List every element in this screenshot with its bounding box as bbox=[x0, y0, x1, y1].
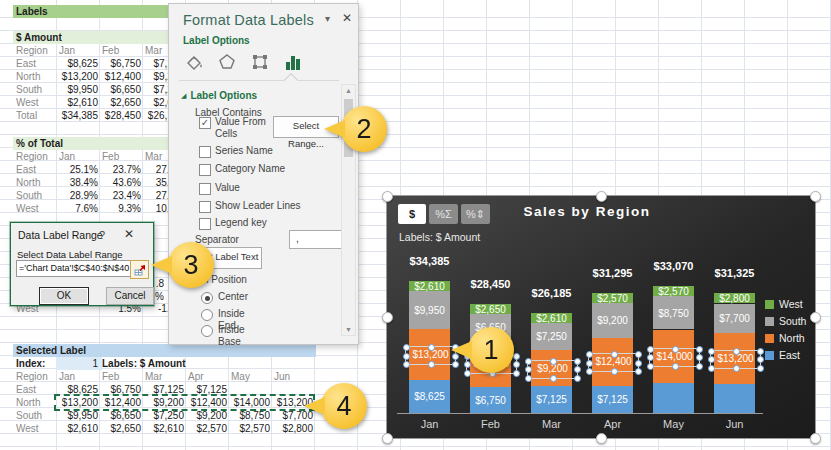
column-header[interactable]: Jan bbox=[56, 370, 101, 383]
chart-selection-handle[interactable] bbox=[810, 191, 821, 202]
label-selection-handle[interactable] bbox=[403, 353, 410, 360]
show-leader-lines-checkbox[interactable] bbox=[199, 201, 211, 213]
label-selection-handle[interactable] bbox=[647, 363, 654, 370]
chart-data-label-selected[interactable]: $14,000 bbox=[649, 348, 700, 367]
chart-data-label[interactable]: $2,570 bbox=[653, 286, 694, 297]
chart-legend-item-east[interactable]: East bbox=[765, 345, 800, 359]
label-selection-handle[interactable] bbox=[586, 360, 593, 367]
chart-bar-segment-east[interactable] bbox=[714, 384, 755, 413]
sheet-cell[interactable]: North bbox=[13, 176, 58, 189]
column-header[interactable]: Jan bbox=[56, 44, 101, 57]
sheet-cell[interactable]: $28,450 bbox=[99, 109, 145, 122]
label-selection-handle[interactable] bbox=[513, 370, 520, 377]
sheet-cell[interactable]: 23.7% bbox=[99, 163, 145, 176]
sheet-cell[interactable]: East bbox=[13, 163, 58, 176]
sheet-cell[interactable]: North bbox=[13, 70, 58, 83]
chart-data-label[interactable]: $2,570 bbox=[592, 292, 633, 303]
chart-data-label[interactable]: $7,700 bbox=[714, 313, 755, 324]
label-selection-handle[interactable] bbox=[696, 354, 703, 361]
sheet-cell[interactable]: West bbox=[13, 96, 58, 109]
size-properties-icon[interactable] bbox=[249, 51, 271, 73]
label-selection-handle[interactable] bbox=[757, 365, 764, 372]
chart-data-label-selected[interactable]: $12,400 bbox=[588, 353, 639, 372]
chart-total-label[interactable]: $34,385 bbox=[389, 255, 470, 267]
sheet-cell[interactable]: $12,400 bbox=[99, 70, 145, 83]
column-header[interactable]: Feb bbox=[99, 150, 144, 163]
label-selection-handle[interactable] bbox=[611, 351, 618, 358]
sheet-cell[interactable]: $2,650 bbox=[99, 422, 145, 435]
amount-table-title[interactable]: $ Amount bbox=[13, 31, 171, 44]
chart-category-label[interactable]: Apr bbox=[582, 418, 643, 430]
label-selection-handle[interactable] bbox=[574, 366, 581, 373]
sheet-cell[interactable]: $2,570 bbox=[228, 422, 274, 435]
close-icon[interactable]: ✕ bbox=[124, 227, 134, 241]
series-name-checkbox[interactable] bbox=[199, 146, 211, 158]
sheet-cell[interactable]: $2,570 bbox=[185, 422, 231, 435]
label-options-chart-icon[interactable] bbox=[282, 51, 304, 73]
chart-selection-handle[interactable] bbox=[382, 191, 393, 202]
chart-total-label[interactable]: $26,185 bbox=[511, 287, 592, 299]
label-selection-handle[interactable] bbox=[513, 361, 520, 368]
sheet-cell[interactable]: $2,800 bbox=[271, 422, 317, 435]
fill-line-icon[interactable] bbox=[183, 51, 205, 73]
label-selection-handle[interactable] bbox=[611, 368, 618, 375]
sheet-cell[interactable]: East bbox=[13, 383, 58, 396]
value-checkbox[interactable] bbox=[199, 183, 211, 195]
scroll-down-icon[interactable]: ▼ bbox=[342, 326, 355, 333]
column-header[interactable]: Feb bbox=[99, 44, 144, 57]
column-header[interactable]: Mar bbox=[142, 370, 187, 383]
sheet-cell[interactable]: South bbox=[13, 189, 58, 202]
label-selection-handle[interactable] bbox=[428, 344, 435, 351]
sheet-cell[interactable]: West bbox=[13, 202, 58, 215]
chart-data-label[interactable]: $2,650 bbox=[470, 303, 511, 314]
label-selection-handle[interactable] bbox=[696, 363, 703, 370]
cancel-button[interactable]: Cancel bbox=[106, 287, 154, 305]
inside-base-radio[interactable] bbox=[201, 325, 213, 337]
label-selection-handle[interactable] bbox=[672, 346, 679, 353]
chart-toggle-button-$[interactable]: $ bbox=[398, 204, 426, 224]
chart-category-label[interactable]: May bbox=[643, 418, 704, 430]
sheet-cell[interactable]: 25.1% bbox=[56, 163, 102, 176]
sheet-cell[interactable]: 43.6% bbox=[99, 176, 145, 189]
label-selection-handle[interactable] bbox=[525, 375, 532, 382]
label-selection-handle[interactable] bbox=[452, 361, 459, 368]
chart-selection-handle[interactable] bbox=[596, 433, 607, 444]
label-selection-handle[interactable] bbox=[550, 375, 557, 382]
chart-data-label[interactable]: $9,950 bbox=[409, 305, 450, 316]
index-value-cell[interactable]: 1 bbox=[56, 357, 102, 370]
label-selection-handle[interactable] bbox=[403, 344, 410, 351]
column-header[interactable]: Feb bbox=[99, 370, 144, 383]
chart-selection-handle[interactable] bbox=[382, 433, 393, 444]
label-selection-handle[interactable] bbox=[428, 361, 435, 368]
column-header[interactable]: Jun bbox=[271, 370, 316, 383]
column-header[interactable]: Region bbox=[13, 370, 58, 383]
legend-key-checkbox[interactable] bbox=[199, 218, 211, 230]
range-selector-icon[interactable] bbox=[130, 260, 149, 279]
label-selection-handle[interactable] bbox=[550, 358, 557, 365]
sheet-cell[interactable]: $8,625 bbox=[56, 57, 102, 70]
chart-legend-item-north[interactable]: North bbox=[765, 328, 805, 342]
close-icon[interactable]: ✕ bbox=[342, 11, 352, 25]
sheet-cell[interactable]: $9,950 bbox=[56, 83, 102, 96]
label-selection-handle[interactable] bbox=[635, 360, 642, 367]
help-icon[interactable]: ? bbox=[99, 229, 105, 241]
label-selection-handle[interactable] bbox=[708, 365, 715, 372]
sheet-cell[interactable]: $6,650 bbox=[99, 83, 145, 96]
chart-bar-segment-east[interactable] bbox=[653, 383, 694, 413]
inside-end-radio[interactable] bbox=[201, 309, 213, 321]
label-selection-handle[interactable] bbox=[525, 366, 532, 373]
chart-data-label[interactable]: $7,250 bbox=[531, 331, 572, 342]
sheet-cell[interactable]: $2,610 bbox=[142, 422, 188, 435]
chart-legend-item-west[interactable]: West bbox=[765, 294, 803, 308]
sheet-cell[interactable]: $13,200 bbox=[56, 70, 102, 83]
chart-data-label[interactable]: $2,610 bbox=[531, 312, 572, 323]
label-selection-handle[interactable] bbox=[647, 346, 654, 353]
chart-category-label[interactable]: Jan bbox=[399, 418, 460, 430]
label-selection-handle[interactable] bbox=[708, 348, 715, 355]
label-selection-handle[interactable] bbox=[635, 368, 642, 375]
label-selection-handle[interactable] bbox=[574, 358, 581, 365]
column-header[interactable]: Region bbox=[13, 150, 58, 163]
column-header[interactable]: May bbox=[228, 370, 273, 383]
label-selection-handle[interactable] bbox=[696, 346, 703, 353]
sheet-cell[interactable]: 38.4% bbox=[56, 176, 102, 189]
